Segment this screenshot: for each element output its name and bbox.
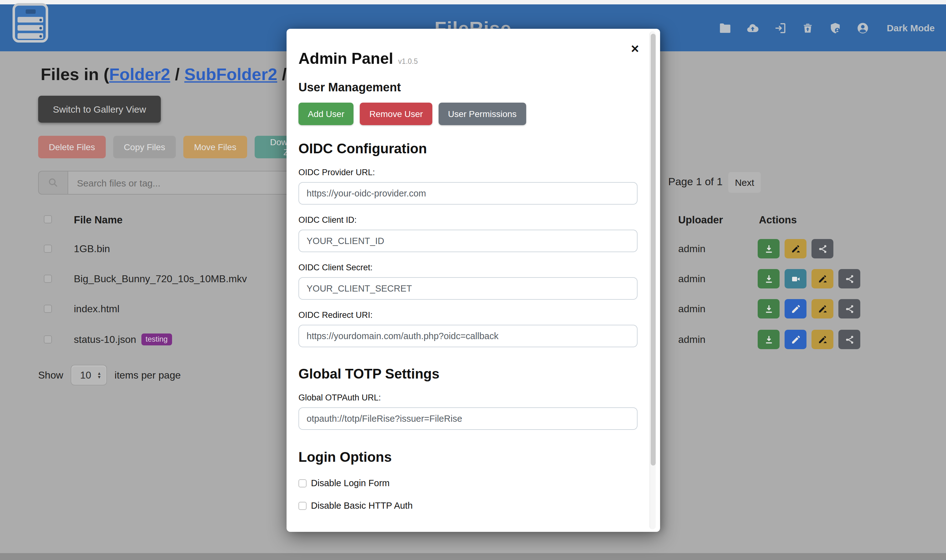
modal-scrollbar-thumb[interactable] [651, 34, 656, 466]
oidc-client-secret-input[interactable] [298, 277, 638, 300]
user-management-heading: User Management [298, 81, 649, 94]
admin-panel-modal: ✕ Admin Panel v1.0.5 User Management Add… [286, 29, 660, 532]
show-label: Show [38, 369, 63, 381]
login-options-heading: Login Options [298, 449, 649, 466]
download-button[interactable] [758, 269, 780, 288]
disable-login-form-label: Disable Login Form [311, 478, 389, 488]
uploader-cell: admin [678, 243, 705, 255]
oidc-redirect-uri-input[interactable] [298, 325, 638, 347]
oidc-heading: OIDC Configuration [298, 141, 649, 157]
totp-heading: Global TOTP Settings [298, 366, 649, 382]
otpauth-url-label: Global OTPAuth URL: [298, 393, 649, 402]
copy-files-button[interactable]: Copy Files [113, 136, 176, 158]
share-button[interactable] [838, 330, 860, 349]
row-actions [758, 269, 860, 288]
move-files-button[interactable]: Move Files [183, 136, 247, 158]
edit-button[interactable] [784, 330, 806, 349]
bottom-strip [0, 553, 946, 560]
column-header-uploader[interactable]: Uploader [678, 214, 723, 226]
rename-button[interactable] [812, 269, 834, 288]
disable-basic-http-auth-checkbox[interactable] [298, 502, 306, 510]
breadcrumb-separator: / [170, 65, 184, 84]
items-per-page-select[interactable]: 10 ▲▼ [71, 365, 107, 385]
select-arrows-icon: ▲▼ [97, 371, 102, 379]
download-button[interactable] [758, 330, 780, 349]
oidc-provider-label: OIDC Provider URL: [298, 168, 649, 177]
row-checkbox[interactable] [44, 305, 52, 313]
preview-video-button[interactable] [784, 269, 806, 288]
filerise-logo[interactable] [12, 3, 48, 43]
rename-button[interactable] [812, 330, 834, 349]
share-button[interactable] [838, 299, 860, 318]
breadcrumb-link-subfolder2[interactable]: SubFolder2 [184, 65, 277, 84]
row-actions [758, 299, 860, 318]
add-user-button[interactable]: Add User [298, 103, 354, 125]
share-button[interactable] [838, 269, 860, 288]
row-actions [758, 330, 860, 349]
download-button[interactable] [758, 299, 780, 318]
user-permissions-button[interactable]: User Permissions [438, 103, 526, 125]
file-name[interactable]: index.html [74, 303, 120, 315]
modal-title: Admin Panel [298, 49, 393, 68]
download-button[interactable] [758, 239, 780, 258]
otpauth-url-input[interactable] [298, 407, 638, 430]
column-header-file-name[interactable]: File Name [74, 214, 123, 226]
version-label: v1.0.5 [398, 58, 418, 65]
edit-button[interactable] [784, 299, 806, 318]
search-icon [48, 177, 59, 188]
oidc-redirect-uri-label: OIDC Redirect URI: [298, 310, 649, 320]
modal-scrollbar-track[interactable] [649, 31, 656, 529]
oidc-client-id-input[interactable] [298, 230, 638, 252]
filerise-app: Dark Mode FileRise Files in (Folder2 / S… [0, 0, 946, 560]
row-checkbox[interactable] [44, 275, 52, 283]
uploader-cell: admin [678, 334, 705, 345]
disable-basic-http-auth-label: Disable Basic HTTP Auth [311, 500, 412, 511]
oidc-client-secret-label: OIDC Client Secret: [298, 263, 649, 272]
top-strip [0, 0, 946, 5]
items-per-page: Show 10 ▲▼ items per page [38, 365, 181, 385]
file-name[interactable]: 1GB.bin [74, 243, 110, 255]
rename-button[interactable] [784, 239, 806, 258]
breadcrumb-prefix: Files in ( [41, 65, 109, 84]
logo-slot [25, 9, 35, 14]
delete-files-button[interactable]: Delete Files [38, 136, 106, 158]
row-checkbox[interactable] [44, 245, 52, 253]
uploader-cell: admin [678, 303, 705, 315]
remove-user-button[interactable]: Remove User [360, 103, 432, 125]
uploader-cell: admin [678, 274, 705, 285]
file-name[interactable]: Big_Buck_Bunny_720_10s_10MB.mkv [74, 274, 247, 285]
items-per-page-value: 10 [80, 369, 91, 381]
disable-login-form-checkbox[interactable] [298, 479, 306, 487]
breadcrumb-suffix: / [277, 65, 286, 84]
breadcrumb: Files in (Folder2 / SubFolder2 / [41, 65, 286, 85]
select-all-checkbox[interactable] [44, 215, 52, 223]
rename-button[interactable] [812, 299, 834, 318]
file-toolbar: Delete Files Copy Files Move Files Downl… [38, 136, 325, 158]
switch-gallery-view-button[interactable]: Switch to Gallery View [38, 96, 161, 123]
share-button[interactable] [812, 239, 834, 258]
row-actions [758, 239, 834, 258]
file-name-text: status-10.json [74, 334, 136, 345]
oidc-client-id-label: OIDC Client ID: [298, 215, 649, 225]
page-info: Page 1 of 1 [668, 176, 723, 188]
column-header-actions: Actions [759, 214, 797, 226]
oidc-provider-input[interactable] [298, 182, 638, 205]
next-page-button[interactable]: Next [728, 172, 761, 193]
tag-badge: testing [141, 333, 172, 345]
breadcrumb-link-folder2[interactable]: Folder2 [109, 65, 170, 84]
file-name[interactable]: status-10.jsontesting [74, 334, 172, 346]
items-per-page-suffix: items per page [114, 369, 181, 381]
row-checkbox[interactable] [44, 335, 52, 343]
search-icon-box [38, 171, 68, 195]
